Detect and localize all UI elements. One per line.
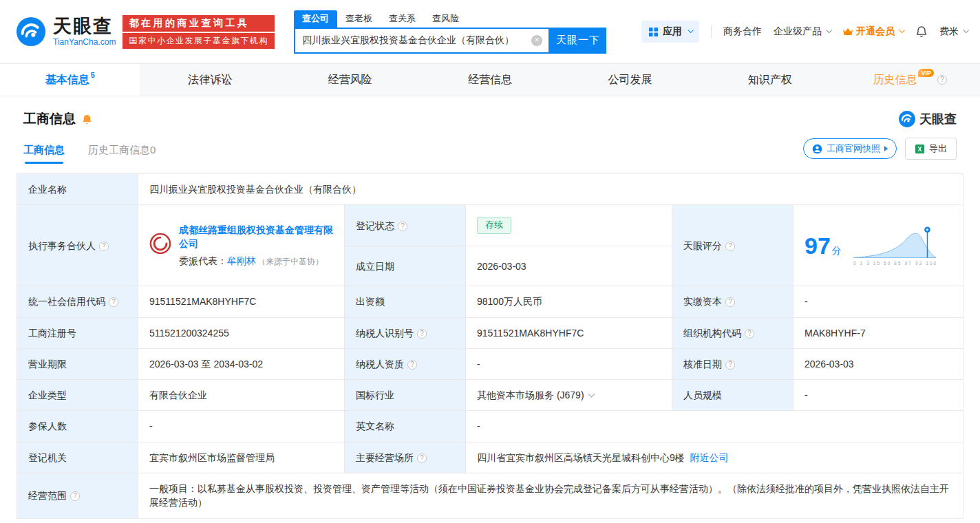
tab-history-info[interactable]: 历史信息 VIP ? xyxy=(840,64,980,96)
search-block: 查公司 查老板 查关系 查风险 × 天眼一下 xyxy=(294,10,606,54)
tab-basic-label: 基本信息 xyxy=(45,73,89,87)
export-button[interactable]: 导出 xyxy=(905,138,957,160)
search-tab-company[interactable]: 查公司 xyxy=(294,10,337,28)
rep-source: （来源于中基协） xyxy=(257,257,323,266)
search-tab-relation[interactable]: 查关系 xyxy=(381,10,424,28)
field-taxpayer-id-value: 91511521MAK8HYHF7C xyxy=(466,317,672,348)
nav-enterprise-products[interactable]: 企业级产品 xyxy=(774,25,831,38)
table-row: 经营范围? 一般项目：以私募基金从事股权投资、投资管理、资产管理等活动（须在中国… xyxy=(17,473,963,519)
notification-bell-icon[interactable] xyxy=(915,25,928,38)
tab-basic-badge: 5 xyxy=(91,71,95,79)
apps-label: 应用 xyxy=(663,25,682,38)
table-row: 企业类型 有限合伙企业 国标行业 其他资本市场服务 (J679) 人员规模 - xyxy=(17,380,963,411)
help-icon[interactable]: ? xyxy=(407,360,417,370)
apps-menu[interactable]: 应用 xyxy=(641,21,699,43)
field-industry-value: 其他资本市场服务 (J679) xyxy=(466,380,672,411)
export-label: 导出 xyxy=(929,142,947,155)
help-icon[interactable]: ? xyxy=(398,222,407,231)
search-input[interactable] xyxy=(295,29,548,52)
enterprise-label: 企业级产品 xyxy=(774,25,822,38)
snapshot-person-icon xyxy=(812,144,822,154)
main-tab-bar: 基本信息 5 法律诉讼 经营风险 经营信息 公司发展 知识产权 历史信息 VIP… xyxy=(0,63,980,96)
table-row: 工商注册号 511521200324255 纳税人识别号? 91511521MA… xyxy=(17,317,963,348)
field-executive-partner-value: 成都丝路重组股权投资基金管理有限公司 委派代表：牟刚林（来源于中基协） xyxy=(138,205,345,286)
help-icon[interactable]: ? xyxy=(725,297,735,307)
help-icon[interactable]: ? xyxy=(725,360,735,370)
field-company-name-label: 企业名称 xyxy=(17,174,138,205)
field-address-value: 四川省宜宾市叙州区高场镇天光星城科创中心9楼 附近公司 xyxy=(466,442,963,473)
field-english-name-value: - xyxy=(466,411,963,442)
subscribe-bell-icon[interactable] xyxy=(81,114,93,125)
tab-operating-info[interactable]: 经营信息 xyxy=(420,64,560,96)
vip-label: 开通会员 xyxy=(856,25,895,38)
subtab-history-business-info[interactable]: 历史工商信息0 xyxy=(88,144,156,164)
nav-open-vip[interactable]: 开通会员 xyxy=(842,25,904,38)
field-business-term-value: 2026-03-03 至 2034-03-02 xyxy=(138,348,345,379)
table-row: 统一社会信用代码? 91511521MAK8HYHF7C 出资额 98100万人… xyxy=(17,286,963,317)
score-number: 97分 xyxy=(805,234,842,257)
logo-domain: TianYanCha.com xyxy=(53,38,116,47)
search-tab-risk[interactable]: 查风险 xyxy=(424,10,467,28)
nearby-companies-link[interactable]: 附近公司 xyxy=(690,452,729,463)
logo-title: 天眼查 xyxy=(53,17,116,37)
field-credit-code-value: 91511521MAK8HYHF7C xyxy=(138,286,345,317)
slogan-line-2: 国家中小企业发展子基金旗下机构 xyxy=(122,33,275,49)
tab-intellectual-property[interactable]: 知识产权 xyxy=(700,64,840,96)
status-badge: 存续 xyxy=(477,217,511,234)
field-industry-label: 国标行业 xyxy=(345,380,466,411)
partner-logo[interactable] xyxy=(149,233,171,258)
help-icon[interactable]: ? xyxy=(99,242,109,251)
field-insured-count-label: 参保人数 xyxy=(17,411,138,442)
nav-cooperation[interactable]: 商务合作 xyxy=(723,25,762,38)
field-org-code-value: MAK8HYHF-7 xyxy=(793,317,963,348)
field-address-label: 主要经营场所? xyxy=(345,442,466,473)
tianyancha-logo[interactable]: 天眼查 TianYanCha.com xyxy=(15,16,116,47)
excel-icon xyxy=(915,144,925,154)
top-header: 天眼查 TianYanCha.com 都在用的商业查询工具 国家中小企业发展子基… xyxy=(0,0,980,63)
chevron-down-icon xyxy=(899,28,904,33)
username-label: 费米 xyxy=(939,25,959,38)
vip-tag: VIP xyxy=(918,69,934,77)
field-company-type-value: 有限合伙企业 xyxy=(138,380,345,411)
partner-company-link[interactable]: 成都丝路重组股权投资基金管理有限公司 xyxy=(179,224,333,249)
tab-operating-risk[interactable]: 经营风险 xyxy=(280,64,420,96)
tab-legal[interactable]: 法律诉讼 xyxy=(140,64,279,96)
field-approval-date-label: 核准日期? xyxy=(672,348,793,379)
nav-user[interactable]: 费米 xyxy=(939,25,968,38)
header-nav: 应用 商务合作 企业级产品 开通会员 费米 xyxy=(641,21,968,43)
field-reg-status-label: 登记状态? xyxy=(345,205,466,246)
field-taxpayer-id-label: 纳税人识别号? xyxy=(345,317,466,348)
rep-label: 委派代表： xyxy=(179,255,227,266)
brand-watermark-label: 天眼查 xyxy=(919,111,957,127)
help-icon[interactable]: ? xyxy=(417,453,427,463)
field-capital-value: 98100万人民币 xyxy=(466,286,672,317)
field-score-label: 天眼评分? xyxy=(672,205,793,286)
table-row: 登记机关 宜宾市叙州区市场监督管理局 主要经营场所? 四川省宜宾市叙州区高场镇天… xyxy=(17,442,963,473)
tab-company-development[interactable]: 公司发展 xyxy=(560,64,700,96)
help-icon[interactable]: ? xyxy=(745,329,754,339)
help-icon[interactable]: ? xyxy=(109,297,118,307)
help-icon[interactable]: ? xyxy=(70,491,80,501)
tab-basic-info[interactable]: 基本信息 5 xyxy=(0,64,140,96)
field-paid-capital-label: 实缴资本? xyxy=(672,286,793,317)
subtab-business-info[interactable]: 工商信息 xyxy=(23,144,65,164)
field-business-scope-value: 一般项目：以私募基金从事股权投资、投资管理、资产管理等活动（须在中国证券投资基金… xyxy=(138,473,963,519)
field-taxpayer-quality-label: 纳税人资质? xyxy=(345,348,466,379)
help-icon[interactable]: ? xyxy=(937,75,947,85)
field-reg-number-value: 511521200324255 xyxy=(138,317,345,348)
search-input-wrap: × xyxy=(294,28,550,54)
chevron-down-icon[interactable] xyxy=(588,391,595,398)
help-icon[interactable]: ? xyxy=(725,242,735,251)
search-button[interactable]: 天眼一下 xyxy=(550,28,606,54)
clear-search-icon[interactable]: × xyxy=(531,35,542,46)
field-company-name-value: 四川振业兴宜股权投资基金合伙企业（有限合伙） xyxy=(138,174,963,205)
field-score-value: 97分 0 1 3 15 50 85 97 93 100 xyxy=(793,205,963,286)
rep-name-link[interactable]: 牟刚林 xyxy=(227,255,256,266)
table-row: 执行事务合伙人? 成都丝路重组股权投资基金管理有限公司 委派代表：牟刚林（来源于… xyxy=(17,205,963,246)
official-snapshot-button[interactable]: 工商官网快照 xyxy=(803,138,897,159)
help-icon[interactable]: ? xyxy=(417,329,427,339)
section-header: 工商信息 天眼查 xyxy=(17,107,963,138)
field-paid-capital-value: - xyxy=(793,286,963,317)
search-tab-boss[interactable]: 查老板 xyxy=(337,10,381,28)
crown-icon xyxy=(842,27,853,36)
